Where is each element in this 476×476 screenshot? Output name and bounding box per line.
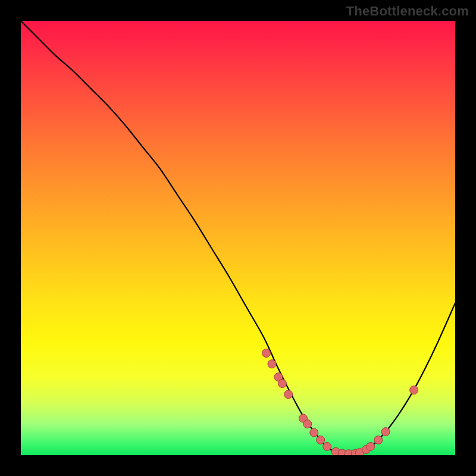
data-point	[381, 428, 390, 436]
data-point	[410, 386, 418, 394]
data-point	[367, 442, 375, 450]
data-point	[323, 442, 331, 450]
bottleneck-curve	[21, 21, 455, 455]
data-point	[374, 436, 383, 444]
chart-plot-area	[21, 21, 455, 455]
data-point	[310, 428, 318, 437]
data-point	[284, 390, 293, 399]
data-point	[317, 436, 325, 444]
data-point-markers	[262, 349, 418, 455]
data-point	[268, 360, 276, 368]
chart-overlay	[21, 21, 455, 455]
watermark-text: TheBottleneck.com	[346, 4, 469, 19]
data-point	[278, 380, 286, 388]
data-point	[262, 349, 270, 357]
data-point	[303, 419, 312, 428]
